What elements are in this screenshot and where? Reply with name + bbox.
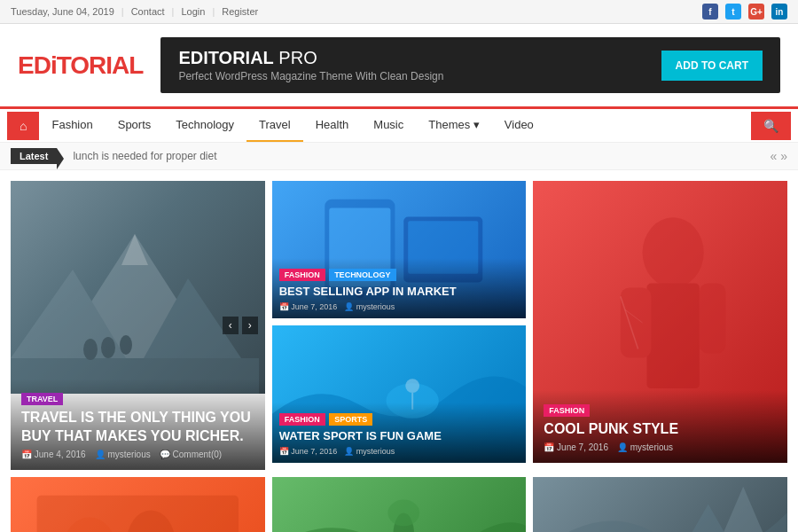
mid-top-meta: 📅 June 7, 2016 👤 mysterious bbox=[279, 302, 520, 311]
latest-badge: Latest bbox=[11, 148, 57, 164]
nav-item-video[interactable]: Video bbox=[492, 109, 546, 142]
search-button[interactable]: 🔍 bbox=[751, 112, 791, 140]
linkedin-icon[interactable]: in bbox=[771, 4, 787, 20]
main-content: ‹ › TRAVEL TRAVEL IS THE ONLY THING YOU … bbox=[0, 170, 798, 532]
hiking-article[interactable]: HEALTH SPORTS HIKING FOR WEIGHT LOSS 📅 J… bbox=[533, 477, 787, 532]
featured-mid-column: FASHION TECHNOLOGY BEST SELLING APP IN M… bbox=[272, 181, 527, 463]
svg-point-16 bbox=[643, 217, 704, 287]
latest-next[interactable]: » bbox=[780, 149, 787, 163]
banner-title: EDITORIAL PRO bbox=[178, 48, 443, 68]
main-article-author: 👤 mysterious bbox=[95, 450, 151, 459]
mid-bottom-meta: 📅 June 7, 2016 👤 mysterious bbox=[279, 447, 520, 456]
svg-point-7 bbox=[120, 335, 132, 355]
banner-subtitle: Perfect WordPress Magazine Theme With Cl… bbox=[178, 70, 443, 82]
nav-item-fashion[interactable]: Fashion bbox=[39, 109, 105, 142]
nav-item-health[interactable]: Health bbox=[303, 109, 362, 142]
googleplus-icon[interactable]: G+ bbox=[748, 4, 764, 20]
main-article-comment: 💬 Comment(0) bbox=[160, 450, 222, 459]
fitness-image bbox=[11, 477, 265, 532]
mid-top-author: 👤 mysterious bbox=[344, 302, 395, 311]
nav-item-themes[interactable]: Themes ▾ bbox=[416, 109, 492, 142]
featured-right-article[interactable]: FASHION COOL PUNK STYLE 📅 June 7, 2016 👤… bbox=[533, 181, 787, 463]
top-bar: Tuesday, June 04, 2019 | Contact | Login… bbox=[0, 0, 798, 24]
site-logo[interactable]: EDiTORIAL bbox=[18, 51, 143, 80]
mid-top-overlay: FASHION TECHNOLOGY BEST SELLING APP IN M… bbox=[272, 258, 527, 318]
featured-grid: ‹ › TRAVEL TRAVEL IS THE ONLY THING YOU … bbox=[11, 181, 787, 470]
right-article-tag[interactable]: FASHION bbox=[544, 404, 590, 417]
right-article-overlay: FASHION COOL PUNK STYLE 📅 June 7, 2016 👤… bbox=[533, 390, 787, 463]
right-article-meta: 📅 June 7, 2016 👤 mysterious bbox=[544, 442, 777, 452]
mid-bottom-tags: FASHION SPORTS bbox=[279, 410, 520, 429]
add-to-cart-button[interactable]: ADD TO CART bbox=[661, 51, 763, 81]
mid-bottom-date: 📅 June 7, 2016 bbox=[279, 447, 338, 456]
latest-nav: « » bbox=[770, 149, 787, 163]
top-bar-right: f t G+ in bbox=[702, 4, 787, 20]
login-link[interactable]: Login bbox=[181, 6, 205, 17]
travelling-article[interactable]: HEALTH TECHNOLOGY TRAVELLING THE WORLD 📅… bbox=[272, 477, 527, 532]
svg-point-6 bbox=[101, 337, 115, 358]
svg-point-5 bbox=[83, 339, 98, 360]
main-article-meta: 📅 June 4, 2016 👤 mysterious 💬 Comment(0) bbox=[21, 450, 254, 459]
main-nav: ⌂ Fashion Sports Technology Travel Healt… bbox=[0, 106, 798, 143]
header: EDiTORIAL EDITORIAL PRO Perfect WordPres… bbox=[0, 24, 798, 106]
latest-text: lunch is needed for proper diet bbox=[73, 150, 761, 162]
featured-main-image bbox=[11, 181, 265, 394]
logo-edit: EDiT bbox=[18, 51, 70, 79]
hiking-image bbox=[533, 477, 787, 532]
nav-item-sports[interactable]: Sports bbox=[106, 109, 164, 142]
mid-top-tags: FASHION TECHNOLOGY bbox=[279, 265, 520, 285]
mid-bottom-tag-fashion[interactable]: FASHION bbox=[279, 413, 325, 426]
browser-window: Tuesday, June 04, 2019 | Contact | Login… bbox=[0, 0, 798, 532]
svg-point-14 bbox=[405, 379, 419, 393]
mid-top-title: BEST SELLING APP IN MARKET bbox=[279, 285, 520, 300]
fitness-article[interactable]: HEALTH FITNESS FOR BETTER HEALTHY LIFE 📅… bbox=[11, 477, 265, 532]
mid-bottom-article[interactable]: FASHION SPORTS WATER SPORT IS FUN GAME 📅… bbox=[272, 325, 527, 463]
nav-menu: Fashion Sports Technology Travel Health … bbox=[39, 109, 751, 142]
main-article-date: 📅 June 4, 2016 bbox=[21, 450, 86, 459]
featured-main-article[interactable]: ‹ › TRAVEL TRAVEL IS THE ONLY THING YOU … bbox=[11, 181, 265, 470]
top-bar-left: Tuesday, June 04, 2019 | Contact | Login… bbox=[11, 6, 258, 17]
contact-link[interactable]: Contact bbox=[131, 6, 165, 17]
mid-bottom-title: WATER SPORT IS FUN GAME bbox=[279, 429, 520, 444]
next-arrow[interactable]: › bbox=[242, 317, 258, 334]
svg-point-26 bbox=[387, 500, 419, 527]
mid-bottom-tag-sports[interactable]: SPORTS bbox=[329, 413, 372, 426]
logo-orial: ORIAL bbox=[70, 51, 143, 79]
banner-ad: EDITORIAL PRO Perfect WordPress Magazine… bbox=[160, 37, 780, 93]
right-article-title: COOL PUNK STYLE bbox=[544, 420, 777, 439]
latest-prev[interactable]: « bbox=[770, 149, 777, 163]
mid-bottom-author: 👤 mysterious bbox=[344, 447, 395, 456]
register-link[interactable]: Register bbox=[222, 6, 258, 17]
featured-nav: ‹ › bbox=[223, 317, 258, 334]
right-article-date: 📅 June 7, 2016 bbox=[544, 442, 608, 452]
mid-top-tag-fashion[interactable]: FASHION bbox=[279, 269, 325, 281]
latest-bar: Latest lunch is needed for proper diet «… bbox=[0, 143, 798, 170]
svg-rect-19 bbox=[700, 283, 726, 353]
nav-item-technology[interactable]: Technology bbox=[163, 109, 246, 142]
travelling-image bbox=[272, 477, 527, 532]
mid-bottom-overlay: FASHION SPORTS WATER SPORT IS FUN GAME 📅… bbox=[272, 403, 527, 463]
nav-item-music[interactable]: Music bbox=[361, 109, 416, 142]
svg-rect-18 bbox=[621, 287, 652, 357]
main-article-tag[interactable]: TRAVEL bbox=[21, 393, 63, 405]
twitter-icon[interactable]: t bbox=[725, 4, 741, 20]
nav-item-travel[interactable]: Travel bbox=[246, 109, 303, 142]
facebook-icon[interactable]: f bbox=[702, 4, 718, 20]
mid-top-tag-technology[interactable]: TECHNOLOGY bbox=[329, 269, 396, 281]
svg-rect-17 bbox=[647, 283, 700, 388]
home-nav-icon[interactable]: ⌂ bbox=[7, 112, 39, 140]
bottom-grid: HEALTH FITNESS FOR BETTER HEALTHY LIFE 📅… bbox=[11, 477, 787, 532]
mid-top-date: 📅 June 7, 2016 bbox=[279, 302, 338, 311]
top-bar-date: Tuesday, June 04, 2019 bbox=[11, 6, 114, 17]
mid-top-article[interactable]: FASHION TECHNOLOGY BEST SELLING APP IN M… bbox=[272, 181, 527, 318]
main-article-title: TRAVEL IS THE ONLY THING YOU BUY THAT MA… bbox=[21, 409, 254, 446]
right-article-author: 👤 mysterious bbox=[617, 442, 673, 452]
prev-arrow[interactable]: ‹ bbox=[223, 317, 239, 334]
svg-marker-28 bbox=[717, 487, 770, 532]
main-article-overlay: TRAVEL TRAVEL IS THE ONLY THING YOU BUY … bbox=[11, 379, 265, 470]
